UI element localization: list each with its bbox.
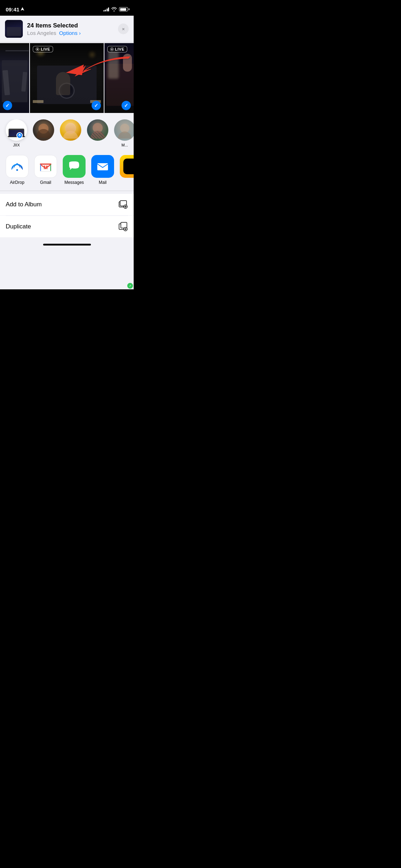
- mail-label: Mail: [99, 180, 107, 185]
- apps-row: AirDrop M: [0, 151, 134, 191]
- duplicate-icon: [118, 222, 128, 232]
- status-icons: [103, 7, 128, 11]
- gmail-icon: M: [34, 155, 57, 178]
- contact-5[interactable]: ✓ M...: [114, 119, 134, 147]
- contact-2-avatar: [33, 119, 54, 141]
- app-messages[interactable]: Messages: [63, 155, 86, 185]
- app-airdrop[interactable]: AirDrop: [6, 155, 29, 185]
- live-dot-3: [110, 47, 114, 51]
- jiix-avatar: [6, 119, 27, 141]
- app-partial[interactable]: [120, 155, 134, 185]
- svg-rect-7: [97, 163, 108, 170]
- gmail-label: Gmail: [40, 180, 51, 185]
- contact-4-avatar: [87, 119, 108, 141]
- photo-1[interactable]: ✓: [0, 43, 29, 113]
- contact-airdrop-jiix[interactable]: JIIX: [6, 119, 27, 147]
- close-button[interactable]: ×: [118, 24, 129, 34]
- wifi-icon: [111, 7, 117, 11]
- action-rows: Add to Album Duplicate: [0, 194, 134, 237]
- contact-4[interactable]: ✓: [87, 119, 108, 147]
- items-selected-label: 24 Items Selected: [27, 22, 118, 29]
- svg-text:M: M: [43, 165, 48, 170]
- add-to-album-row[interactable]: Add to Album: [0, 194, 134, 216]
- live-dot: [36, 47, 39, 51]
- contact-name-jiix: JIIX: [13, 143, 20, 147]
- contact-name-5: M...: [122, 143, 128, 147]
- add-to-album-label: Add to Album: [6, 201, 42, 208]
- contacts-scroll: JIIX 💬: [0, 119, 134, 147]
- location-arrow-icon: [21, 7, 24, 11]
- select-check-1[interactable]: ✓: [3, 101, 12, 110]
- svg-rect-10: [128, 166, 134, 167]
- duplicate-row[interactable]: Duplicate: [0, 216, 134, 237]
- share-header-info: 24 Items Selected Los Angeles Options ›: [27, 22, 118, 36]
- status-time: 09:41: [6, 6, 24, 12]
- photo-2[interactable]: LIVE ✓: [30, 43, 103, 113]
- apps-scroll: AirDrop M: [0, 155, 134, 185]
- messages-icon: [63, 155, 86, 178]
- share-header-sub: Los Angeles Options ›: [27, 30, 118, 36]
- contact-3[interactable]: ✓: [60, 119, 81, 147]
- select-check-3[interactable]: ✓: [122, 101, 131, 110]
- duplicate-label: Duplicate: [6, 223, 31, 230]
- partial-app-icon: [120, 155, 134, 178]
- svg-point-1: [16, 169, 18, 171]
- contacts-row: JIIX 💬: [0, 114, 134, 151]
- svg-rect-11: [128, 169, 133, 170]
- live-badge-3: LIVE: [107, 46, 127, 52]
- home-bar: [43, 244, 91, 246]
- svg-rect-9: [128, 164, 134, 165]
- live-badge-2: LIVE: [33, 46, 53, 52]
- status-bar: 09:41: [0, 0, 134, 16]
- contact-2[interactable]: 💬: [33, 119, 54, 147]
- battery-icon: [119, 7, 128, 11]
- app-gmail[interactable]: M Gmail: [34, 155, 57, 185]
- select-check-2[interactable]: ✓: [92, 101, 101, 110]
- photo-3[interactable]: LIVE ✓: [104, 43, 134, 113]
- mail-icon: [91, 155, 114, 178]
- app-mail[interactable]: Mail: [91, 155, 114, 185]
- photos-grid: ✓ LIVE: [0, 42, 134, 114]
- messages-label: Messages: [65, 180, 84, 185]
- signal-icon: [103, 7, 109, 11]
- airdrop-icon: [6, 155, 29, 178]
- contact-3-avatar: [60, 119, 81, 141]
- share-header: 24 Items Selected Los Angeles Options › …: [0, 16, 134, 42]
- location-label: Los Angeles: [27, 30, 56, 36]
- options-button[interactable]: Options ›: [59, 30, 81, 36]
- airdrop-label: AirDrop: [10, 180, 25, 185]
- home-indicator: [0, 241, 134, 248]
- share-thumbnail: [5, 20, 23, 38]
- contact-5-avatar: [114, 119, 134, 141]
- add-to-album-icon: [118, 200, 128, 210]
